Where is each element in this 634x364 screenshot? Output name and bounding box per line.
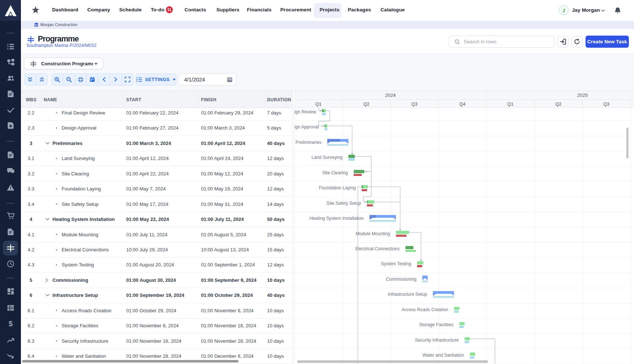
svg-text:$: $ bbox=[8, 320, 12, 328]
